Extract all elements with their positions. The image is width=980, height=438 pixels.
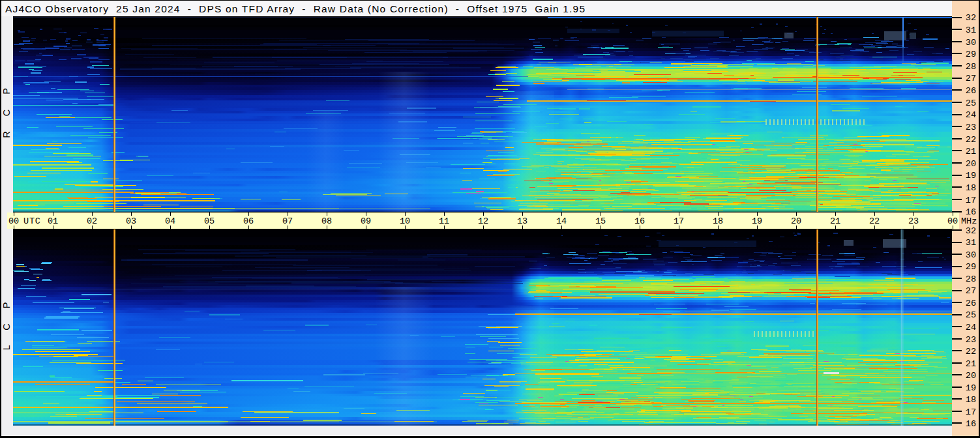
svg-text:20: 20 (966, 159, 976, 169)
svg-text:21: 21 (966, 359, 976, 369)
svg-text:32: 32 (966, 226, 976, 236)
svg-text:27: 27 (966, 286, 976, 296)
svg-text:12: 12 (478, 216, 488, 226)
svg-text:00: 00 (8, 216, 19, 226)
svg-text:13: 13 (517, 216, 527, 226)
svg-text:02: 02 (87, 216, 97, 226)
svg-text:32: 32 (966, 13, 976, 23)
svg-text:29: 29 (966, 50, 976, 59)
svg-text:16: 16 (966, 207, 976, 217)
svg-text:23: 23 (908, 216, 919, 226)
svg-text:21: 21 (966, 147, 976, 156)
svg-text:30: 30 (966, 38, 976, 48)
svg-text:16: 16 (634, 216, 645, 226)
svg-text:28: 28 (966, 62, 976, 72)
svg-text:01: 01 (48, 216, 58, 226)
svg-text:24: 24 (966, 323, 976, 332)
svg-text:18: 18 (966, 395, 976, 405)
svg-text:15: 15 (595, 216, 606, 226)
svg-text:R C P: R C P (1, 88, 12, 138)
svg-text:AJ4CO Observatory 25 Jan 2024: AJ4CO Observatory 25 Jan 2024 - DPS on T… (5, 3, 586, 14)
svg-text:06: 06 (243, 216, 254, 226)
svg-text:21: 21 (830, 216, 840, 226)
svg-text:07: 07 (282, 216, 293, 226)
svg-text:17: 17 (966, 407, 976, 417)
svg-text:09: 09 (361, 216, 371, 226)
svg-text:18: 18 (966, 183, 976, 193)
svg-text:18: 18 (713, 216, 723, 226)
svg-text:20: 20 (966, 371, 976, 381)
svg-text:31: 31 (966, 238, 976, 248)
svg-text:23: 23 (966, 335, 976, 345)
svg-text:16: 16 (966, 419, 976, 429)
svg-text:L C P: L C P (1, 302, 12, 351)
svg-text:10: 10 (400, 216, 410, 226)
svg-text:22: 22 (966, 347, 976, 357)
svg-text:17: 17 (674, 216, 684, 226)
svg-text:22: 22 (869, 216, 880, 226)
svg-text:25: 25 (966, 310, 976, 320)
svg-text:29: 29 (966, 262, 976, 272)
svg-text:30: 30 (966, 250, 976, 260)
svg-text:UTC: UTC (23, 216, 41, 226)
svg-text:22: 22 (966, 135, 976, 145)
svg-text:14: 14 (556, 216, 567, 226)
svg-text:08: 08 (321, 216, 332, 226)
svg-text:24: 24 (966, 110, 976, 120)
svg-text:27: 27 (966, 74, 976, 83)
svg-text:26: 26 (966, 86, 976, 96)
svg-text:04: 04 (165, 216, 175, 226)
svg-text:17: 17 (966, 196, 976, 205)
svg-text:31: 31 (966, 25, 976, 35)
svg-text:23: 23 (966, 123, 976, 132)
svg-text:03: 03 (126, 216, 136, 226)
svg-text:05: 05 (204, 216, 215, 226)
svg-text:19: 19 (752, 216, 762, 226)
svg-text:20: 20 (791, 216, 801, 226)
svg-text:19: 19 (966, 383, 976, 393)
svg-text:19: 19 (966, 171, 976, 181)
svg-text:00: 00 (947, 216, 958, 226)
svg-text:26: 26 (966, 299, 976, 308)
svg-text:MHz: MHz (961, 216, 977, 226)
svg-text:28: 28 (966, 274, 976, 284)
svg-text:25: 25 (966, 98, 976, 108)
svg-text:11: 11 (439, 216, 449, 226)
